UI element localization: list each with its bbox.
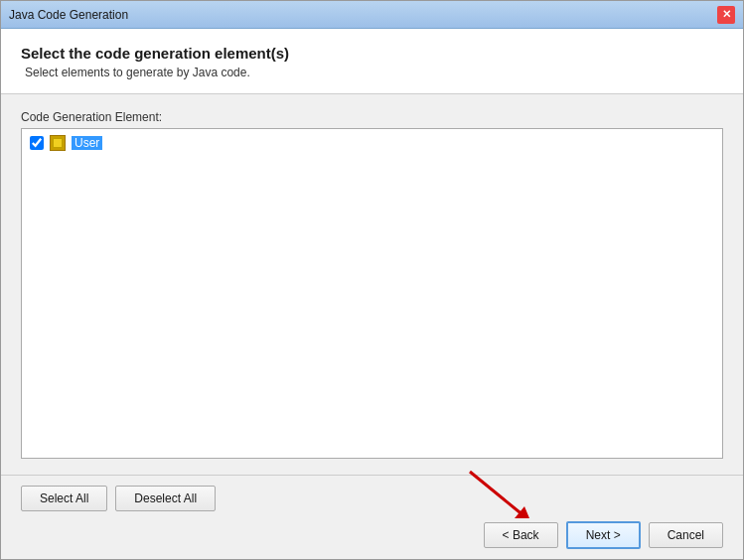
main-section: Code Generation Element: User (1, 94, 743, 475)
svg-line-0 (470, 472, 524, 516)
select-buttons-group: Select All Deselect All (21, 486, 723, 511)
close-button[interactable]: ✕ (717, 6, 735, 24)
item-icon-inner (53, 138, 63, 148)
arrow-indicator (460, 467, 539, 529)
main-window: Java Code Generation ✕ Select the code g… (0, 0, 744, 560)
element-list[interactable]: User (21, 128, 723, 459)
cancel-button[interactable]: Cancel (649, 522, 723, 548)
field-label: Code Generation Element: (21, 110, 723, 124)
window-title: Java Code Generation (9, 8, 128, 22)
next-button[interactable]: Next > (566, 521, 641, 549)
window-content: Select the code generation element(s) Se… (1, 29, 743, 559)
item-label: User (72, 136, 102, 150)
select-all-button[interactable]: Select All (21, 486, 107, 511)
item-icon (50, 135, 66, 151)
action-buttons-group: < Back Next > Cancel (21, 521, 723, 549)
bottom-section: Select All Deselect All < Back Next > Ca… (1, 475, 743, 559)
header-title: Select the code generation element(s) (21, 45, 723, 62)
item-checkbox[interactable] (30, 136, 44, 150)
title-bar: Java Code Generation ✕ (1, 1, 743, 29)
header-subtitle: Select elements to generate by Java code… (25, 66, 723, 79)
list-item[interactable]: User (26, 133, 718, 153)
deselect-all-button[interactable]: Deselect All (115, 486, 216, 511)
header-section: Select the code generation element(s) Se… (1, 29, 743, 94)
